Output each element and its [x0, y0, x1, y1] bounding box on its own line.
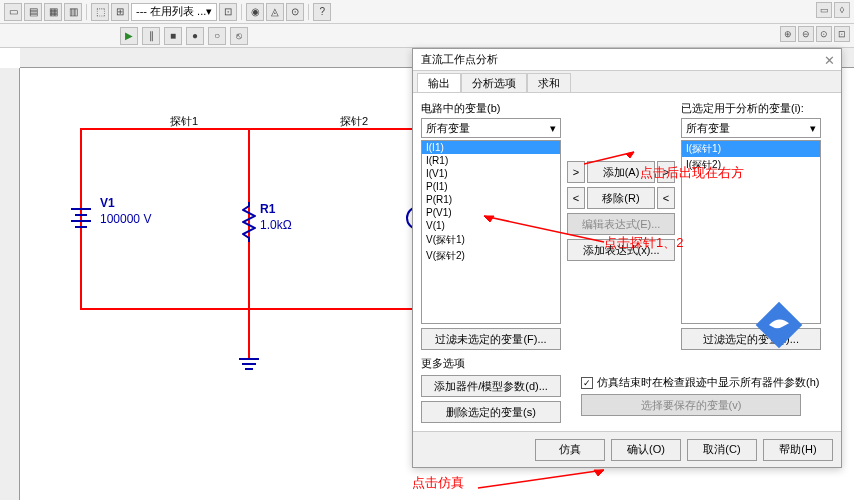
annotation-click-sim: 点击仿真 — [412, 474, 464, 492]
wire-top — [80, 128, 420, 130]
tool-btn-7[interactable]: ⊡ — [219, 3, 237, 21]
help-button[interactable]: 帮助(H) — [763, 439, 833, 461]
filter-left-button[interactable]: 过滤未选定的变量(F)... — [421, 328, 561, 350]
list-item[interactable]: V(探针2) — [422, 248, 560, 264]
delete-var-button[interactable]: 删除选定的变量(s) — [421, 401, 561, 423]
probe1-label: 探针1 — [170, 114, 198, 129]
tab-sum[interactable]: 求和 — [527, 73, 571, 92]
main-toolbar: ▭ ▤ ▦ ▥ ⬚ ⊞ --- 在用列表 ...▾ ⊡ ◉ ◬ ⊙ ? — [0, 0, 854, 24]
zoom-icon-4[interactable]: ⊡ — [834, 26, 850, 42]
separator — [86, 4, 87, 20]
tool-btn-4[interactable]: ▥ — [64, 3, 82, 21]
ok-button[interactable]: 确认(O) — [611, 439, 681, 461]
mini-icon-2[interactable]: ◊ — [834, 2, 850, 18]
annotation-after-click: 点击后出现在右方 — [640, 164, 744, 182]
annotation-click-probe: 点击探针1、2 — [604, 234, 683, 252]
tool-btn-8[interactable]: ◉ — [246, 3, 264, 21]
right-select[interactable]: 所有变量▾ — [681, 118, 821, 138]
zoom-icon-3[interactable]: ⊙ — [816, 26, 832, 42]
dialog-footer: 仿真 确认(O) 取消(C) 帮助(H) — [413, 431, 841, 467]
save-var-button: 选择要保存的变量(v) — [581, 394, 801, 416]
tool-btn-10[interactable]: ⊙ — [286, 3, 304, 21]
wire-bottom — [80, 308, 420, 310]
chevron-down-icon: ▾ — [206, 5, 212, 18]
separator — [308, 4, 309, 20]
tool-btn-2[interactable]: ▤ — [24, 3, 42, 21]
svg-marker-5 — [594, 470, 604, 476]
chev-left-2[interactable]: < — [657, 187, 675, 209]
dialog-title: 直流工作点分析 ✕ — [413, 49, 841, 71]
ruler-vertical — [0, 68, 20, 500]
help-button[interactable]: ? — [313, 3, 331, 21]
remove-button[interactable]: 移除(R) — [587, 187, 655, 209]
probe2-label: 探针2 — [340, 114, 368, 129]
list-item[interactable]: I(V1) — [422, 167, 560, 180]
list-item[interactable]: I(探针1) — [682, 141, 820, 157]
mini-icon-1[interactable]: ▭ — [816, 2, 832, 18]
list-item[interactable]: P(I1) — [422, 180, 560, 193]
svg-line-2 — [484, 216, 604, 242]
chev-left[interactable]: < — [567, 187, 585, 209]
analysis-button[interactable]: ⎋ — [230, 27, 248, 45]
r1-name: R1 — [260, 202, 275, 216]
tab-output[interactable]: 输出 — [417, 73, 461, 92]
tool-btn-9[interactable]: ◬ — [266, 3, 284, 21]
zoom-icon-1[interactable]: ⊕ — [780, 26, 796, 42]
list-item[interactable]: I(I1) — [422, 141, 560, 154]
add-model-button[interactable]: 添加器件/模型参数(d)... — [421, 375, 561, 397]
close-icon[interactable]: ✕ — [824, 53, 835, 68]
simulate-button[interactable]: 仿真 — [535, 439, 605, 461]
checkbox-icon: ✓ — [581, 377, 593, 389]
chev-right[interactable]: > — [567, 161, 585, 183]
tab-options[interactable]: 分析选项 — [461, 73, 527, 92]
separator — [241, 4, 242, 20]
record-button[interactable]: ○ — [208, 27, 226, 45]
zoom-tools: ⊕ ⊖ ⊙ ⊡ — [780, 26, 850, 42]
app-logo-icon — [754, 300, 804, 350]
ground[interactable] — [248, 358, 250, 376]
left-select[interactable]: 所有变量▾ — [421, 118, 561, 138]
dialog-body: 电路中的变量(b) 所有变量▾ I(I1) I(R1) I(V1) P(I1) … — [413, 93, 841, 431]
v1-value: 100000 V — [100, 212, 151, 226]
cancel-button[interactable]: 取消(C) — [687, 439, 757, 461]
step-button[interactable]: ● — [186, 27, 204, 45]
dc-operating-point-dialog: 直流工作点分析 ✕ 输出 分析选项 求和 电路中的变量(b) 所有变量▾ I(I… — [412, 48, 842, 468]
pause-button[interactable]: ∥ — [142, 27, 160, 45]
chevron-down-icon: ▾ — [810, 122, 816, 135]
dialog-tabs: 输出 分析选项 求和 — [413, 71, 841, 93]
top-right-tools: ▭ ◊ — [816, 2, 850, 18]
v1-name: V1 — [100, 196, 115, 210]
wire-gnd — [248, 308, 250, 358]
more-options-label: 更多选项 — [421, 356, 833, 371]
wire-left — [80, 128, 82, 308]
tool-btn-3[interactable]: ▦ — [44, 3, 62, 21]
tool-btn-1[interactable]: ▭ — [4, 3, 22, 21]
tool-btn-5[interactable]: ⬚ — [91, 3, 109, 21]
list-dropdown[interactable]: --- 在用列表 ...▾ — [131, 3, 217, 21]
show-params-checkbox[interactable]: ✓仿真结束时在检查跟迹中显示所有器件参数(h) — [581, 375, 819, 390]
resistor-r1[interactable] — [242, 202, 256, 234]
list-item[interactable]: P(R1) — [422, 193, 560, 206]
run-toolbar: ▶ ∥ ■ ● ○ ⎋ — [0, 24, 854, 48]
svg-marker-3 — [484, 216, 494, 222]
stop-button[interactable]: ■ — [164, 27, 182, 45]
svg-line-4 — [478, 470, 604, 488]
chevron-down-icon: ▾ — [550, 122, 556, 135]
right-label: 已选定用于分析的变量(i): — [681, 101, 821, 116]
left-label: 电路中的变量(b) — [421, 101, 561, 116]
r1-value: 1.0kΩ — [260, 218, 292, 232]
list-item[interactable]: I(R1) — [422, 154, 560, 167]
tool-btn-6[interactable]: ⊞ — [111, 3, 129, 21]
zoom-icon-2[interactable]: ⊖ — [798, 26, 814, 42]
play-button[interactable]: ▶ — [120, 27, 138, 45]
